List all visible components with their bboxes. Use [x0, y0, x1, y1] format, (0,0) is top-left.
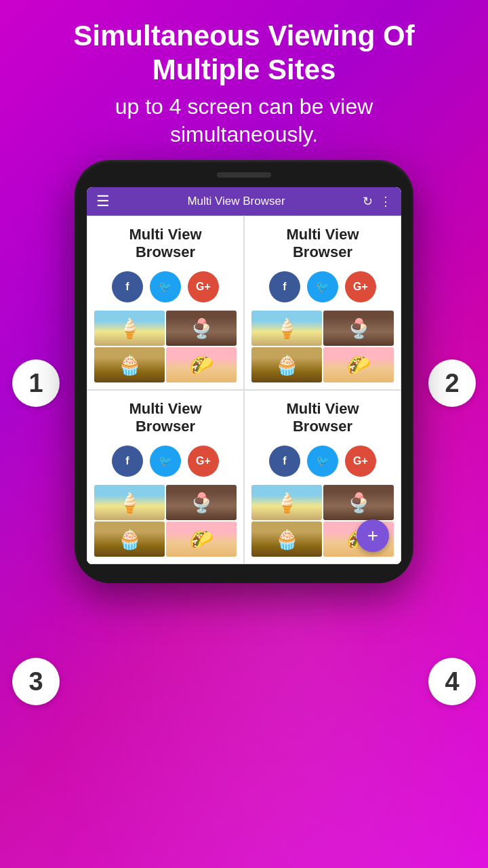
- facebook-button-2[interactable]: f: [269, 271, 300, 302]
- image-icecream-3: [94, 485, 165, 520]
- phone-speaker: [217, 172, 271, 178]
- image-bowl-4: [323, 485, 394, 520]
- panel-1-social: f 🐦 G+: [94, 271, 237, 302]
- twitter-button-4[interactable]: 🐦: [307, 446, 338, 477]
- image-bowl-3: [166, 485, 237, 520]
- image-sandwich-3: [166, 521, 237, 557]
- phone-screen: ☰ Multi View Browser ↻ ⋮ Multi ViewBrows…: [87, 187, 401, 564]
- image-bowl-1: [166, 311, 237, 346]
- image-icecream-4: [251, 485, 322, 520]
- facebook-button-1[interactable]: f: [112, 271, 143, 302]
- badge-4: 4: [428, 658, 476, 705]
- panel-2-title: Multi ViewBrowser: [251, 226, 394, 262]
- panel-3-title: Multi ViewBrowser: [94, 400, 237, 436]
- panel-2: Multi ViewBrowser f 🐦 G+: [244, 216, 401, 390]
- panel-2-images: [251, 311, 394, 382]
- googleplus-button-3[interactable]: G+: [188, 446, 219, 477]
- panel-3: Multi ViewBrowser f 🐦 G+: [87, 390, 244, 564]
- headline-section: Simultaneous Viewing Of Multiple Sites u…: [0, 0, 488, 160]
- image-icecream-1: [94, 311, 165, 346]
- image-muffin-2: [251, 347, 322, 382]
- googleplus-button-4[interactable]: G+: [345, 446, 376, 477]
- image-sandwich-1: [166, 347, 237, 382]
- twitter-button-1[interactable]: 🐦: [150, 271, 181, 302]
- badge-1: 1: [12, 359, 60, 407]
- multiview-grid: Multi ViewBrowser f 🐦 G+ Multi ViewBrows…: [87, 216, 401, 564]
- headline-main: Simultaneous Viewing Of Multiple Sites: [41, 19, 447, 87]
- googleplus-button-2[interactable]: G+: [345, 271, 376, 302]
- image-bowl-2: [323, 311, 394, 346]
- phone-mockup: ☰ Multi View Browser ↻ ⋮ Multi ViewBrows…: [75, 160, 413, 583]
- panel-3-social: f 🐦 G+: [94, 446, 237, 477]
- panel-4-title: Multi ViewBrowser: [251, 400, 394, 436]
- badge-2: 2: [428, 359, 476, 407]
- app-bar-title: Multi View Browser: [118, 195, 354, 208]
- headline-sub: up to 4 screen can be view simultaneousl…: [41, 93, 447, 149]
- app-bar: ☰ Multi View Browser ↻ ⋮: [87, 187, 401, 216]
- image-sandwich-2: [323, 347, 394, 382]
- twitter-button-3[interactable]: 🐦: [150, 446, 181, 477]
- fab-add-button[interactable]: +: [357, 519, 389, 552]
- image-muffin-3: [94, 521, 165, 557]
- twitter-button-2[interactable]: 🐦: [307, 271, 338, 302]
- panel-4-social: f 🐦 G+: [251, 446, 394, 477]
- facebook-button-4[interactable]: f: [269, 446, 300, 477]
- panel-3-images: [94, 485, 237, 557]
- hamburger-menu-icon[interactable]: ☰: [96, 194, 110, 209]
- image-icecream-2: [251, 311, 322, 346]
- panel-1-images: [94, 311, 237, 382]
- panel-2-social: f 🐦 G+: [251, 271, 394, 302]
- refresh-icon[interactable]: ↻: [363, 194, 373, 209]
- image-muffin-1: [94, 347, 165, 382]
- image-muffin-4: [251, 521, 322, 557]
- badge-3: 3: [12, 658, 60, 705]
- more-options-icon[interactable]: ⋮: [380, 194, 392, 209]
- googleplus-button-1[interactable]: G+: [188, 271, 219, 302]
- panel-1: Multi ViewBrowser f 🐦 G+: [87, 216, 244, 390]
- facebook-button-3[interactable]: f: [112, 446, 143, 477]
- panel-1-title: Multi ViewBrowser: [94, 226, 237, 262]
- app-bar-actions: ↻ ⋮: [363, 194, 392, 209]
